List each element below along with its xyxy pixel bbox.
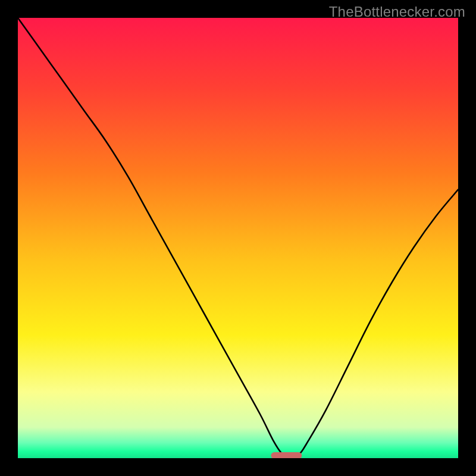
chart-frame: TheBottlenecker.com	[0, 0, 476, 476]
optimal-marker	[271, 452, 302, 458]
gradient-background	[18, 18, 458, 458]
watermark-text: TheBottlenecker.com	[329, 4, 465, 20]
bottleneck-chart	[18, 18, 458, 458]
